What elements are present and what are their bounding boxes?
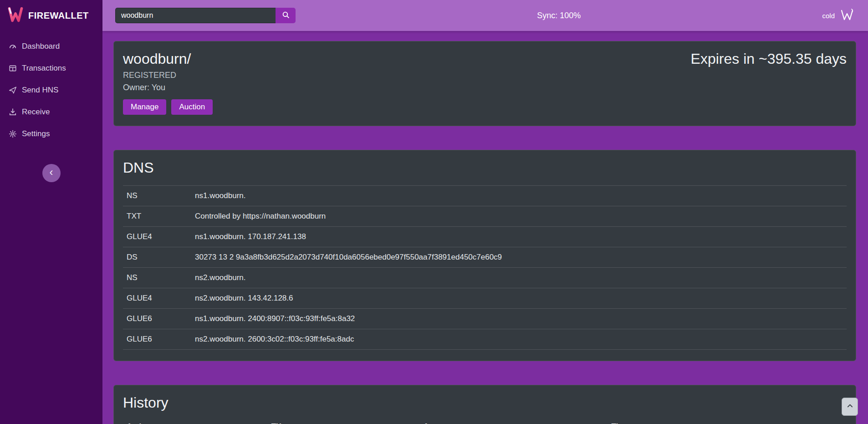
dns-record-value: Controlled by https://nathan.woodburn [191,206,847,227]
dns-record-type: GLUE6 [123,309,191,329]
sidebar-item-label: Send HNS [22,86,58,95]
brand[interactable]: FIREWALLET [0,0,102,31]
search-input[interactable] [115,8,276,23]
history-title: History [123,394,847,411]
dns-record-type: GLUE4 [123,227,191,247]
dns-card: DNS NS ns1.woodburn. TXT Controlled by h… [113,150,856,361]
history-column-action: Action [123,418,268,424]
domain-card: woodburn/ REGISTERED Owner: You Manage A… [113,41,856,126]
dns-record-row: DS 30273 13 2 9a3a8fb3d625d2a2073d740f10… [123,247,847,268]
main-column: Sync: 100% cold woodburn/ REGISTERED Own… [102,0,868,424]
search-group [115,8,296,23]
domain-expiry: Expires in ~395.35 days [691,51,847,67]
dns-record-value: ns2.woodburn. 143.42.128.6 [191,288,847,309]
manage-button[interactable]: Manage [123,99,166,115]
history-column-time: Time [608,418,847,424]
dns-record-value: ns2.woodburn. [191,268,847,288]
transactions-icon [9,64,17,72]
domain-status: REGISTERED [123,71,213,80]
dns-record-type: DS [123,247,191,268]
firewallet-outline-icon [839,7,855,24]
wallet-temp-label: cold [822,12,835,20]
sidebar: FIREWALLET Dashboard Transactions Send H… [0,0,102,424]
search-icon [282,11,290,20]
settings-icon [9,130,17,138]
domain-name-title: woodburn/ [123,51,213,67]
search-button[interactable] [276,8,296,23]
history-column-amount: Amount [419,418,608,424]
chevron-left-icon: ‹ [50,164,53,180]
history-card: History Action TX Amount Time UPDATE 70e… [113,385,856,424]
sidebar-item-label: Settings [22,129,50,138]
chevron-up-icon [847,403,853,411]
firewallet-logo-icon [7,6,24,25]
dns-record-type: GLUE6 [123,329,191,350]
sidebar-item-receive[interactable]: Receive [0,101,102,123]
dns-record-row: NS ns1.woodburn. [123,186,847,206]
dns-record-value: ns1.woodburn. [191,186,847,206]
dns-record-value: ns2.woodburn. 2600:3c02::f03c:93ff:fe5a:… [191,329,847,350]
history-table: Action TX Amount Time UPDATE 70e64775...… [123,418,847,424]
sidebar-collapse-button[interactable]: ‹ [42,164,61,182]
sync-status: Sync: 100% [537,11,581,20]
domain-owner: Owner: You [123,83,213,92]
sidebar-nav: Dashboard Transactions Send HNS Receive … [0,31,102,145]
scroll-to-top-button[interactable] [842,398,858,416]
dns-record-value: ns1.woodburn. 170.187.241.138 [191,227,847,247]
dashboard-icon [9,42,17,51]
dns-record-type: GLUE4 [123,288,191,309]
sidebar-item-settings[interactable]: Settings [0,123,102,145]
topbar: Sync: 100% cold [102,0,868,31]
sidebar-item-label: Receive [22,107,50,117]
dns-table: NS ns1.woodburn. TXT Controlled by https… [123,185,847,350]
sidebar-item-label: Transactions [22,64,66,73]
dns-record-type: NS [123,186,191,206]
sidebar-item-transactions[interactable]: Transactions [0,57,102,79]
dns-record-row: NS ns2.woodburn. [123,268,847,288]
auction-button[interactable]: Auction [171,99,213,115]
dns-title: DNS [123,159,847,176]
dns-record-row: GLUE4 ns2.woodburn. 143.42.128.6 [123,288,847,309]
history-column-tx: TX [268,418,420,424]
dns-record-row: GLUE6 ns2.woodburn. 2600:3c02::f03c:93ff… [123,329,847,350]
content-area: woodburn/ REGISTERED Owner: You Manage A… [102,31,868,424]
sidebar-item-send-hns[interactable]: Send HNS [0,79,102,101]
sidebar-item-label: Dashboard [22,42,60,51]
dns-record-type: TXT [123,206,191,227]
dns-record-type: NS [123,268,191,288]
dns-record-row: TXT Controlled by https://nathan.woodbur… [123,206,847,227]
dns-record-row: GLUE4 ns1.woodburn. 170.187.241.138 [123,227,847,247]
receive-icon [9,108,17,116]
wallet-mode: cold [822,7,855,24]
history-header-row: Action TX Amount Time [123,418,847,424]
dns-record-value: 30273 13 2 9a3a8fb3d625d2a2073d740f10da6… [191,247,847,268]
dns-record-value: ns1.woodburn. 2400:8907::f03c:93ff:fe5a:… [191,309,847,329]
app-title: FIREWALLET [28,10,89,21]
send-icon [9,86,17,94]
dns-record-row: GLUE6 ns1.woodburn. 2400:8907::f03c:93ff… [123,309,847,329]
sidebar-item-dashboard[interactable]: Dashboard [0,36,102,57]
